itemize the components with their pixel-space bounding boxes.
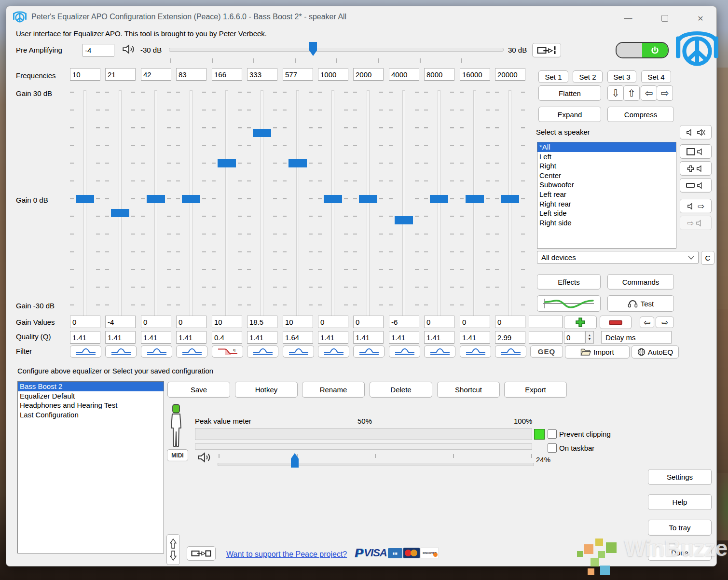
frequency-input-16000[interactable] xyxy=(460,68,490,81)
gain-value-input-2[interactable] xyxy=(141,316,171,328)
slider-thumb[interactable] xyxy=(218,159,236,167)
volume-slider-track[interactable] xyxy=(218,463,534,466)
export-button[interactable]: Export xyxy=(504,382,567,398)
shift-up-button[interactable]: ⇧ xyxy=(623,85,640,101)
gain-value-input-9[interactable] xyxy=(389,316,419,328)
graph-curve-button[interactable] xyxy=(537,295,601,312)
frequency-input-166[interactable] xyxy=(212,68,242,81)
eq-band-slider-21[interactable] xyxy=(103,90,137,317)
delay-spinner[interactable]: ▲▼ xyxy=(585,331,594,344)
test-button[interactable]: Test xyxy=(607,295,674,312)
filter-button-lowpass-4[interactable]: q xyxy=(212,345,243,358)
filter-button-peak-6[interactable] xyxy=(283,345,314,358)
quality-input-3[interactable] xyxy=(176,331,206,344)
slider-track[interactable] xyxy=(331,90,334,316)
quality-input-9[interactable] xyxy=(389,331,419,344)
shift-down-button[interactable]: ⇩ xyxy=(607,85,624,101)
add-speaker-button[interactable] xyxy=(680,161,712,176)
eq-band-slider-2000[interactable] xyxy=(351,90,385,317)
filter-button-peak-1[interactable] xyxy=(105,345,137,358)
pre-amplifying-input[interactable] xyxy=(82,44,114,56)
speaker-item-center[interactable]: Center xyxy=(537,171,676,180)
frequency-input-4000[interactable] xyxy=(389,68,419,81)
quality-input-8[interactable] xyxy=(353,331,384,344)
frequency-input-333[interactable] xyxy=(247,68,277,81)
prevent-clipping-checkbox[interactable] xyxy=(548,429,557,439)
gain-value-input-4[interactable] xyxy=(212,316,242,328)
compress-button[interactable]: Compress xyxy=(607,107,674,122)
device-dropdown[interactable]: All devices xyxy=(537,251,699,264)
gain-value-input-5[interactable] xyxy=(247,316,277,328)
eq-band-slider-333[interactable] xyxy=(245,90,279,317)
config-item-headphones-and-hearing-test[interactable]: Headphones and Hearing Test xyxy=(18,400,164,410)
speaker-item-subwoofer[interactable]: Subwoofer xyxy=(537,180,676,190)
c-button[interactable]: C xyxy=(701,251,714,265)
config-listbox[interactable]: Bass Boost 2Equalizer DefaultHeadphones … xyxy=(17,381,164,553)
set-4-button[interactable]: Set 4 xyxy=(641,70,671,83)
gain-value-input-0[interactable] xyxy=(70,316,100,328)
quality-input-6[interactable] xyxy=(283,331,313,344)
expand-button[interactable]: Expand xyxy=(538,107,601,122)
minimize-button[interactable]: — xyxy=(620,12,636,25)
filter-button-peak-0[interactable] xyxy=(70,345,101,358)
set-2-button[interactable]: Set 2 xyxy=(573,70,603,83)
frequency-input-1000[interactable] xyxy=(318,68,348,81)
slider-track[interactable] xyxy=(438,90,440,316)
preamp-slider-track[interactable] xyxy=(169,48,504,52)
slider-thumb[interactable] xyxy=(324,195,342,203)
slider-thumb[interactable] xyxy=(182,195,200,203)
slider-track[interactable] xyxy=(473,90,476,316)
quality-input-4[interactable] xyxy=(212,331,242,344)
filter-button-peak-5[interactable] xyxy=(247,345,278,358)
frequency-input-577[interactable] xyxy=(283,68,313,81)
eq-band-slider-20000[interactable] xyxy=(493,90,527,317)
eq-band-slider-16000[interactable] xyxy=(457,90,492,317)
eq-band-slider-4000[interactable] xyxy=(386,90,421,317)
slider-track[interactable] xyxy=(154,90,157,316)
config-item-last-configuration[interactable]: Last Configuration xyxy=(18,410,164,420)
rename-button[interactable]: Rename xyxy=(302,382,365,398)
frequency-input-83[interactable] xyxy=(176,68,206,81)
gain-value-input-8[interactable] xyxy=(353,316,384,328)
close-button[interactable]: × xyxy=(692,12,709,25)
filter-button-peak-11[interactable] xyxy=(460,345,491,358)
slider-thumb[interactable] xyxy=(395,216,413,224)
slider-track[interactable] xyxy=(119,90,122,316)
band-right-button[interactable]: ⇨ xyxy=(656,317,674,328)
midi-button[interactable]: MIDI xyxy=(167,449,188,461)
quality-input-2[interactable] xyxy=(141,331,171,344)
speaker-item-right[interactable]: Right xyxy=(537,161,676,171)
power-toggle[interactable] xyxy=(616,42,669,58)
shift-right-button[interactable]: ⇨ xyxy=(657,85,673,101)
commands-button[interactable]: Commands xyxy=(607,274,674,290)
slider-track[interactable] xyxy=(508,90,511,316)
gain-value-input-11[interactable] xyxy=(460,316,490,328)
slider-thumb[interactable] xyxy=(288,159,307,167)
config-item-equalizer-default[interactable]: Equalizer Default xyxy=(18,391,164,401)
quality-input-10[interactable] xyxy=(424,331,454,344)
slider-thumb[interactable] xyxy=(253,129,271,137)
quality-input-1[interactable] xyxy=(105,331,136,344)
filter-button-peak-10[interactable] xyxy=(424,345,455,358)
slider-track[interactable] xyxy=(83,90,86,316)
on-taskbar-checkbox[interactable] xyxy=(548,443,557,453)
import-button[interactable]: Import xyxy=(565,345,630,359)
delay-input[interactable] xyxy=(564,331,585,344)
slider-thumb[interactable] xyxy=(111,209,129,217)
gain-value-input-1[interactable] xyxy=(105,316,136,328)
gain-value-input-12[interactable] xyxy=(495,316,525,328)
slider-track[interactable] xyxy=(190,90,192,316)
frequency-input-42[interactable] xyxy=(141,68,171,81)
gain-value-input-7[interactable] xyxy=(318,316,348,328)
speaker-item-left-rear[interactable]: Left rear xyxy=(537,190,676,199)
preamp-apply-button[interactable] xyxy=(532,43,561,57)
eq-band-slider-10[interactable] xyxy=(68,90,102,317)
autoeq-button[interactable]: AutoEQ xyxy=(632,345,679,359)
quality-input-12[interactable] xyxy=(495,331,525,344)
filter-button-peak-3[interactable] xyxy=(176,345,207,358)
eq-band-slider-1000[interactable] xyxy=(316,90,350,317)
eq-band-slider-166[interactable] xyxy=(209,90,244,317)
settings-button[interactable]: Settings xyxy=(648,469,712,485)
filter-button-peak-8[interactable] xyxy=(353,345,385,358)
help-button[interactable]: Help xyxy=(648,494,712,510)
